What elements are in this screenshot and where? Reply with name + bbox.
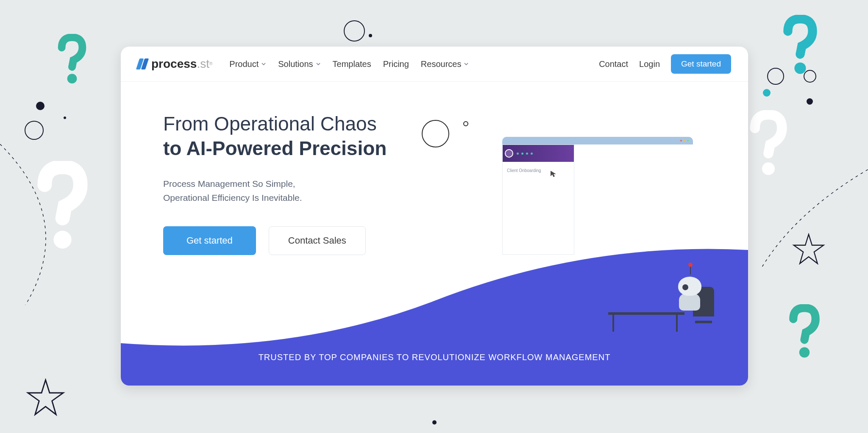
question-mark-icon bbox=[51, 34, 93, 91]
nav-product[interactable]: Product bbox=[229, 59, 266, 69]
cursor-icon bbox=[549, 169, 558, 178]
chevron-down-icon bbox=[464, 61, 469, 67]
circle-decoration bbox=[344, 20, 365, 42]
question-mark-icon bbox=[781, 304, 828, 365]
chevron-down-icon bbox=[316, 61, 321, 67]
circle-decoration bbox=[463, 121, 468, 126]
curve-decoration bbox=[0, 144, 123, 305]
product-mockup: Client Onboarding bbox=[502, 137, 693, 255]
nav-templates[interactable]: Templates bbox=[333, 59, 371, 69]
chevron-down-icon bbox=[261, 61, 266, 67]
nav-solutions[interactable]: Solutions bbox=[278, 59, 320, 69]
browser-chrome bbox=[502, 137, 693, 144]
circle-decoration bbox=[804, 70, 816, 83]
logo[interactable]: process.st® bbox=[138, 57, 212, 71]
svg-point-1 bbox=[794, 62, 806, 74]
svg-point-0 bbox=[67, 74, 77, 83]
star-icon bbox=[25, 378, 66, 420]
circle-decoration bbox=[767, 68, 784, 85]
trust-banner: TRUSTED BY TOP COMPANIES TO REVOLUTIONIZ… bbox=[121, 353, 748, 362]
nav-login[interactable]: Login bbox=[639, 59, 660, 69]
nav-right: Contact Login Get started bbox=[599, 54, 731, 74]
nav-resources[interactable]: Resources bbox=[421, 59, 469, 69]
nav-contact[interactable]: Contact bbox=[599, 59, 628, 69]
circle-decoration bbox=[422, 120, 449, 147]
curve-decoration bbox=[762, 169, 868, 275]
nav-links: Product Solutions Templates Pricing Reso… bbox=[229, 59, 469, 69]
logo-text: process.st® bbox=[151, 57, 212, 71]
mockup-header bbox=[503, 145, 574, 162]
dot-decoration bbox=[64, 117, 66, 119]
mockup-label: Client Onboarding bbox=[503, 162, 574, 179]
get-started-nav-button[interactable]: Get started bbox=[671, 54, 731, 74]
website-card: process.st® Product Solutions Templates … bbox=[121, 47, 748, 386]
logo-icon bbox=[138, 58, 147, 69]
robot-illustration bbox=[608, 247, 727, 332]
top-nav: process.st® Product Solutions Templates … bbox=[121, 47, 748, 82]
dot-decoration bbox=[432, 420, 437, 425]
mockup-sidebar: Client Onboarding bbox=[502, 144, 574, 255]
dot-decoration bbox=[807, 98, 813, 105]
dot-decoration bbox=[369, 34, 372, 37]
dot-decoration bbox=[763, 89, 771, 97]
nav-pricing[interactable]: Pricing bbox=[383, 59, 409, 69]
circle-decoration bbox=[25, 121, 44, 140]
dot-decoration bbox=[36, 102, 45, 110]
avatar-icon bbox=[505, 149, 513, 158]
svg-point-2 bbox=[799, 347, 810, 358]
